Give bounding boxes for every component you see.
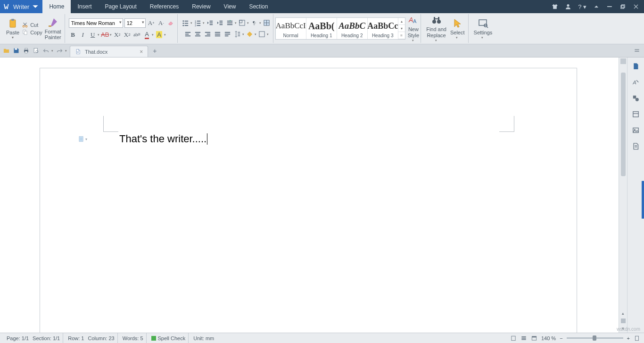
print-preview-icon[interactable] (33, 47, 40, 54)
scroll-nav-icon[interactable] (620, 58, 626, 64)
open-icon[interactable] (3, 47, 10, 54)
shirt-icon[interactable] (552, 3, 558, 10)
sp-gallery-icon[interactable] (631, 125, 641, 135)
strikethrough-button[interactable]: AB (101, 31, 109, 39)
clear-format-button[interactable] (167, 19, 175, 27)
table-convert-button[interactable] (263, 19, 271, 27)
close-icon[interactable] (633, 3, 639, 10)
font-color-button[interactable]: A (143, 31, 151, 39)
add-tab-button[interactable]: + (148, 44, 161, 57)
format-painter-button[interactable]: Format Painter (43, 17, 63, 40)
menu-home[interactable]: Home (42, 0, 71, 13)
sp-shapes-icon[interactable] (631, 93, 641, 103)
help-icon[interactable]: ? ▾ (578, 3, 586, 10)
undo-icon[interactable] (42, 47, 50, 54)
svg-rect-20 (197, 23, 201, 24)
redo-icon[interactable] (56, 47, 63, 54)
style-normal[interactable]: AaBbCcINormal (276, 18, 306, 39)
shading-button[interactable] (246, 30, 254, 39)
style-heading-1[interactable]: AaBb(Heading 1 (306, 18, 337, 39)
align-left-button[interactable] (184, 30, 192, 39)
highlight-button[interactable]: A (155, 31, 164, 39)
sp-styles-icon[interactable]: A (631, 77, 641, 87)
view-web-icon[interactable] (531, 335, 537, 342)
find-replace-button[interactable]: Find and Replace▾ (425, 15, 448, 42)
print-icon[interactable] (23, 47, 30, 54)
status-unit[interactable]: Unit: mm (190, 333, 217, 343)
restore-icon[interactable] (619, 3, 626, 10)
font-size-input[interactable] (124, 18, 146, 28)
status-page[interactable]: Page: 1/1 Section: 1/1 (4, 333, 63, 343)
document-tab[interactable]: W That.docx × (70, 46, 148, 57)
cut-button[interactable]: Cut (22, 22, 42, 28)
sp-properties-icon[interactable] (631, 61, 641, 71)
zoom-out-button[interactable]: − (560, 335, 562, 341)
align-right-button[interactable] (204, 30, 212, 39)
fit-page-icon[interactable] (634, 335, 640, 342)
increase-indent-button[interactable] (216, 19, 224, 27)
decrease-indent-button[interactable] (206, 19, 215, 27)
align-center-button[interactable] (194, 30, 202, 39)
phonetic-button[interactable]: ab拼 (133, 31, 141, 39)
decrease-font-button[interactable]: A- (157, 19, 165, 27)
page-area[interactable]: ▾ That's the writer..... (0, 57, 619, 333)
bold-button[interactable]: B (69, 31, 77, 39)
menu-view[interactable]: View (217, 0, 243, 13)
menu-section[interactable]: Section (242, 0, 274, 13)
view-print-icon[interactable] (510, 335, 517, 342)
save-icon[interactable] (13, 47, 20, 54)
borders-button[interactable] (238, 19, 247, 27)
menu-review[interactable]: Review (185, 0, 217, 13)
para-border-button[interactable] (258, 30, 266, 39)
select-button[interactable]: Select▾ (449, 18, 466, 40)
styles-scroll[interactable]: ▴▾≡ (398, 18, 405, 39)
new-style-button[interactable]: AA New Style▾ (406, 15, 421, 42)
menu-references[interactable]: References (143, 0, 185, 13)
align-distribute-button[interactable] (223, 30, 232, 39)
paste-button[interactable]: Paste ▼ (5, 18, 21, 39)
svg-rect-54 (238, 35, 240, 36)
app-brand[interactable]: Writer (0, 0, 42, 13)
marks-button[interactable]: ¶· (250, 19, 259, 27)
scroll-up-icon[interactable]: ▴ (622, 309, 624, 318)
menu-insert[interactable]: Insert (71, 0, 98, 13)
status-row-col[interactable]: Row: 1 Column: 23 (65, 333, 118, 343)
settings-button[interactable]: Settings▾ (472, 18, 494, 40)
zoom-slider[interactable] (567, 337, 623, 339)
tab-options-icon[interactable] (634, 48, 640, 54)
status-spellcheck[interactable]: Spell Check (149, 333, 189, 343)
underline-button[interactable]: U (89, 31, 97, 39)
collapse-ribbon-icon[interactable] (593, 3, 600, 10)
minimize-icon[interactable] (606, 3, 613, 10)
line-spacing-button[interactable] (233, 30, 242, 39)
font-name-input[interactable] (69, 18, 123, 28)
sp-clipboard-icon[interactable] (631, 141, 641, 151)
align-justify-button[interactable] (214, 30, 222, 39)
increase-font-button[interactable]: A+ (147, 19, 156, 27)
zoom-value[interactable]: 140 % (541, 335, 556, 341)
close-tab-icon[interactable]: × (140, 49, 143, 55)
superscript-button[interactable]: X2 (113, 31, 122, 39)
numbering-button[interactable]: 123 (194, 19, 202, 27)
paragraph-handle[interactable]: ▾ (78, 136, 87, 142)
user-icon[interactable] (565, 3, 571, 10)
tabbar-right (630, 44, 644, 57)
svg-rect-90 (521, 339, 526, 340)
sp-navigation-icon[interactable] (631, 109, 641, 119)
style-heading-2[interactable]: AaBbCHeading 2 (337, 18, 368, 39)
scroll-browse-icon[interactable] (621, 318, 626, 323)
tab-stop-button[interactable] (226, 19, 234, 27)
svg-rect-60 (434, 17, 435, 20)
status-words[interactable]: Words: 5 (120, 333, 147, 343)
bullets-button[interactable] (182, 19, 190, 27)
menu-page-layout[interactable]: Page Layout (98, 0, 143, 13)
italic-button[interactable]: I (79, 31, 87, 39)
subscript-button[interactable]: X2 (123, 31, 132, 39)
document-body[interactable]: That's the writer..... (119, 133, 207, 145)
zoom-in-button[interactable]: + (627, 335, 630, 341)
copy-button[interactable]: Copy (22, 29, 42, 36)
style-heading-3[interactable]: AaBbCcHeading 3 (368, 18, 398, 39)
view-outline-icon[interactable] (520, 335, 527, 342)
vertical-scrollbar[interactable]: ▴ ▾ (619, 57, 627, 333)
scroll-thumb[interactable] (621, 73, 626, 176)
